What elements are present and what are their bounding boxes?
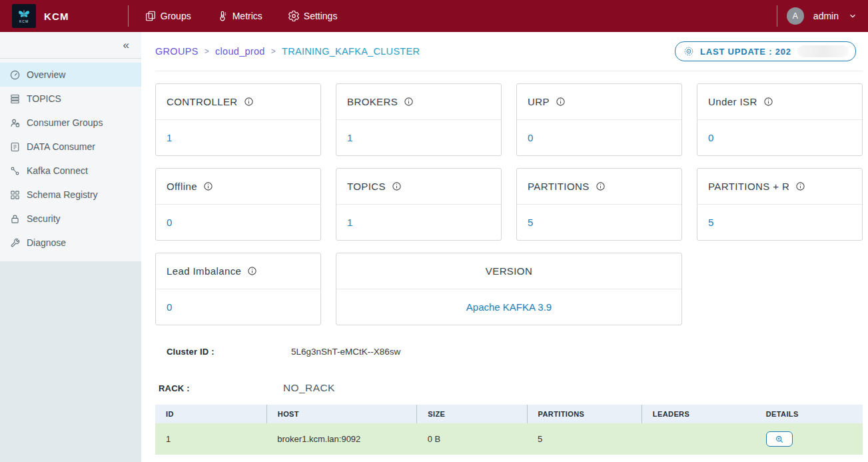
card-header: PARTITIONS + R [697,169,862,205]
card-title: Lead Imbalance [167,265,241,277]
card-value: 5 [517,205,681,240]
card-version: VERSION Apache KAFKA 3.9 [336,253,682,325]
sidebar-item-label: Overview [27,69,65,80]
stat-cards-grid: CONTROLLER 1 BROKERS 1 URP 0 [155,83,863,325]
info-icon[interactable] [392,181,402,191]
sidebar-item-schema-registry[interactable]: Schema Registry [0,183,141,207]
card-header: TOPICS [336,169,501,205]
card-header: Offline [156,169,320,205]
loading-shimmer [797,45,849,57]
sidebar-item-kafka-connect[interactable]: Kafka Connect [0,159,141,183]
nav-item-label: Groups [161,11,191,21]
card-controller: CONTROLLER 1 [155,83,321,156]
sidebar-item-label: TOPICS [27,93,61,104]
column-header-size: SIZE [417,405,527,423]
sidebar-item-data-consumer[interactable]: DATA Consumer [0,135,141,159]
info-icon[interactable] [763,97,773,107]
sidebar-menu-panel: « Overview [0,32,141,261]
sidebar-item-consumer-groups[interactable]: Consumer Groups [0,111,141,135]
column-header-leaders: LEADERS [642,405,755,423]
info-icon[interactable] [596,181,606,191]
info-icon[interactable] [247,266,257,276]
card-header: Lead Imbalance [156,253,320,289]
sidebar-item-label: Diagnose [27,237,66,248]
navbar-menu: Groups Metrics [145,10,338,22]
sidebar-item-label: Consumer Groups [27,117,103,128]
sidebar-item-diagnose[interactable]: Diagnose [0,231,141,255]
breadcrumb-separator: > [271,47,276,56]
last-update-button[interactable]: LAST UPDATE : 202 [675,41,856,61]
consumer-groups-icon [9,117,21,129]
top-navbar: KCM KCM Groups [0,0,868,32]
card-value: Apache KAFKA 3.9 [336,289,681,325]
card-value: 0 [156,205,320,240]
column-header-details: DETAILS [755,405,863,423]
broker-details-button[interactable] [766,431,793,447]
butterfly-icon [17,9,31,19]
nav-item-settings[interactable]: Settings [288,10,338,22]
breadcrumb-separator: > [205,47,209,56]
breadcrumb-group-name[interactable]: cloud_prod [215,46,265,57]
column-header-partitions: PARTITIONS [527,405,642,423]
breadcrumb-row: GROUPS > cloud_prod > TRAINING_KAFKA_CLU… [155,32,863,71]
broker-size-cell: 0 B [417,423,527,455]
card-topics: TOPICS 1 [336,168,502,241]
gauge-icon [9,69,21,81]
user-avatar[interactable]: A [787,7,804,25]
sidebar: « Overview [0,32,141,462]
breadcrumb-cluster-name[interactable]: TRAINING_KAFKA_CLUSTER [282,46,420,57]
nav-item-groups[interactable]: Groups [145,10,191,22]
sidebar-item-label: DATA Consumer [27,141,95,152]
chevrons-left-icon[interactable]: « [123,39,129,51]
info-icon[interactable] [404,97,414,107]
metrics-icon [217,10,228,22]
wrench-icon [9,237,21,249]
card-header: CONTROLLER [156,84,320,120]
card-value: 1 [336,205,501,240]
card-title: TOPICS [347,181,386,192]
info-icon[interactable] [556,97,566,107]
app-root: KCM KCM Groups [0,0,868,462]
card-header: BROKERS [336,84,501,120]
broker-id-cell: 1 [155,423,266,455]
card-title: Under ISR [708,96,757,107]
sidebar-item-label: Security [27,213,61,224]
sidebar-item-topics[interactable]: TOPICS [0,87,141,111]
table-row: 1 broker1.kcm.lan:9092 0 B 5 [155,423,863,455]
last-update-label: LAST UPDATE : 202 [700,47,791,57]
card-title: BROKERS [347,96,398,107]
kafka-connect-icon [9,165,21,177]
kcm-logo[interactable]: KCM [12,4,36,28]
column-header-host: HOST [266,405,416,423]
logo-text: KCM [19,19,29,23]
topics-stack-icon [9,93,21,105]
chevron-down-icon[interactable] [848,11,857,21]
brand-title: KCM [44,11,69,22]
sidebar-item-label: Kafka Connect [27,165,88,176]
card-value: 1 [336,120,501,155]
card-header: Under ISR [697,84,862,120]
zoom-in-icon [775,435,784,444]
card-urp: URP 0 [516,83,682,156]
card-title: PARTITIONS + R [708,181,789,192]
cluster-id-label: Cluster ID : [167,347,291,357]
card-partitions: PARTITIONS 5 [516,168,682,241]
user-name[interactable]: admin [813,11,839,21]
navbar-user-area: A admin [777,5,868,27]
data-consumer-icon [9,141,21,153]
sidebar-item-overview[interactable]: Overview [0,63,141,87]
card-value: 0 [156,289,320,325]
nav-item-metrics[interactable]: Metrics [217,10,262,22]
info-icon[interactable] [244,97,254,107]
broker-partitions-cell: 5 [527,423,642,455]
groups-icon [145,10,157,22]
nav-item-label: Settings [304,11,338,21]
info-icon[interactable] [795,181,805,191]
navbar-divider [128,5,129,27]
info-icon[interactable] [203,181,213,191]
sidebar-item-security[interactable]: Security [0,207,141,231]
breadcrumb-groups[interactable]: GROUPS [155,46,199,57]
cluster-id-value: 5L6g3nShT-eMCtK--X86sw [291,347,400,357]
navbar-divider [777,5,777,27]
card-value: 1 [156,120,320,155]
